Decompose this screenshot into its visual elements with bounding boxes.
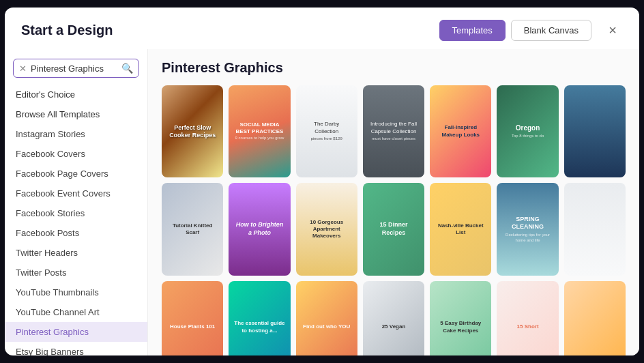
- sidebar-item-youtube-channel-art[interactable]: YouTube Channel Art: [5, 302, 147, 322]
- sidebar-item-browse-all[interactable]: Browse All Templates: [5, 104, 147, 124]
- card-title: House Plants 101: [170, 323, 215, 330]
- sidebar-item-facebook-posts[interactable]: Facebook Posts: [5, 223, 147, 243]
- template-card[interactable]: Perfect Slow Cooker Recipes: [162, 85, 223, 177]
- template-card[interactable]: [564, 183, 626, 275]
- template-card[interactable]: How to Brighten a Photo: [229, 183, 290, 275]
- modal-body: ✕ 🔍 Editor's Choice Browse All Templates…: [5, 49, 639, 355]
- card-sub: pieces from $129: [311, 136, 342, 142]
- card-title: 10 Gorgeous Apartment Makeovers: [302, 219, 352, 240]
- sidebar-item-twitter-headers[interactable]: Twitter Headers: [5, 243, 147, 263]
- card-sub: Top 8 things to do: [512, 134, 544, 139]
- modal-overlay: Start a Design Templates Blank Canvas × …: [0, 0, 644, 363]
- modal-header: Start a Design Templates Blank Canvas ×: [5, 8, 639, 49]
- card-title: Oregon: [516, 124, 540, 132]
- card-sub: Decluttering tips for your home and life: [502, 233, 553, 244]
- sidebar-item-pinterest-graphics[interactable]: Pinterest Graphics: [5, 322, 147, 342]
- close-icon: ×: [609, 23, 617, 38]
- template-card[interactable]: [564, 281, 626, 355]
- sidebar: ✕ 🔍 Editor's Choice Browse All Templates…: [5, 49, 148, 355]
- template-card[interactable]: 15 Short: [497, 281, 558, 355]
- search-bar[interactable]: ✕ 🔍: [13, 59, 139, 78]
- sidebar-item-facebook-stories[interactable]: Facebook Stories: [5, 203, 147, 223]
- card-title: Tutorial Knitted Scarf: [167, 222, 218, 237]
- card-title: The Darby Collection: [302, 121, 352, 135]
- template-card[interactable]: [564, 85, 626, 177]
- sidebar-item-instagram-stories[interactable]: Instagram Stories: [5, 124, 147, 144]
- template-card[interactable]: Find out who YOU: [296, 281, 357, 355]
- header-actions: Templates Blank Canvas ×: [439, 20, 623, 41]
- card-title: 15 Dinner Recipes: [368, 221, 419, 237]
- sidebar-item-twitter-posts[interactable]: Twitter Posts: [5, 263, 147, 282]
- card-title: How to Brighten a Photo: [234, 221, 284, 237]
- sidebar-item-etsy-big-banners[interactable]: Etsy Big Banners: [5, 342, 147, 355]
- tab-templates[interactable]: Templates: [439, 20, 506, 41]
- template-card[interactable]: Oregon Top 8 things to do: [497, 85, 558, 177]
- sidebar-item-facebook-covers[interactable]: Facebook Covers: [5, 144, 147, 164]
- sidebar-item-facebook-page-covers[interactable]: Facebook Page Covers: [5, 164, 147, 184]
- search-input[interactable]: [31, 63, 117, 74]
- template-card[interactable]: Fall-Inspired Makeup Looks: [430, 85, 491, 177]
- card-title: 25 Vegan: [382, 323, 406, 330]
- main-content: Pinterest Graphics Perfect Slow Cooker R…: [148, 49, 639, 355]
- card-title: The essential guide to hosting a...: [234, 320, 284, 334]
- main-section-title: Pinterest Graphics: [162, 60, 626, 76]
- template-card[interactable]: Introducing the Fall Capsule Collection …: [363, 85, 424, 177]
- card-sub: 9 courses to help you grow: [235, 136, 284, 141]
- close-button[interactable]: ×: [602, 20, 623, 41]
- card-title: 5 Easy Birthday Cake Recipes: [435, 320, 486, 334]
- clear-icon[interactable]: ✕: [19, 63, 27, 74]
- card-title: Fall-Inspired Makeup Looks: [435, 124, 486, 139]
- template-card[interactable]: The essential guide to hosting a...: [229, 281, 290, 355]
- template-card[interactable]: The Darby Collection pieces from $129: [296, 85, 357, 177]
- card-title: Perfect Slow Cooker Recipes: [167, 124, 218, 139]
- card-sub: must have closet pieces: [372, 136, 415, 142]
- card-title: Find out who YOU: [303, 323, 350, 330]
- card-title: Spring Cleaning: [502, 216, 553, 231]
- sidebar-item-youtube-thumbnails[interactable]: YouTube Thumbnails: [5, 282, 147, 302]
- template-card[interactable]: 15 Dinner Recipes: [363, 183, 424, 275]
- template-card[interactable]: Nash-ville Bucket List: [430, 183, 491, 275]
- card-title: Introducing the Fall Capsule Collection: [368, 121, 419, 135]
- templates-grid: Perfect Slow Cooker Recipes Social Media…: [162, 85, 626, 355]
- template-card[interactable]: 5 Easy Birthday Cake Recipes: [430, 281, 491, 355]
- card-title: 15 Short: [517, 323, 539, 330]
- sidebar-item-facebook-event-covers[interactable]: Facebook Event Covers: [5, 184, 147, 203]
- modal-title: Start a Design: [21, 23, 113, 38]
- search-icon[interactable]: 🔍: [121, 63, 133, 74]
- template-card[interactable]: Social Media Best Practices 9 courses to…: [229, 85, 290, 177]
- card-title: Social Media Best Practices: [234, 121, 284, 134]
- design-modal: Start a Design Templates Blank Canvas × …: [5, 8, 639, 355]
- template-card[interactable]: Tutorial Knitted Scarf: [162, 183, 223, 275]
- sidebar-item-editors-choice[interactable]: Editor's Choice: [5, 85, 147, 104]
- template-card[interactable]: House Plants 101: [162, 281, 223, 355]
- template-card[interactable]: 10 Gorgeous Apartment Makeovers: [296, 183, 357, 275]
- tab-blank-canvas[interactable]: Blank Canvas: [511, 20, 591, 41]
- template-card[interactable]: 25 Vegan: [363, 281, 424, 355]
- card-title: Nash-ville Bucket List: [435, 222, 486, 237]
- template-card[interactable]: Spring Cleaning Decluttering tips for yo…: [497, 183, 558, 275]
